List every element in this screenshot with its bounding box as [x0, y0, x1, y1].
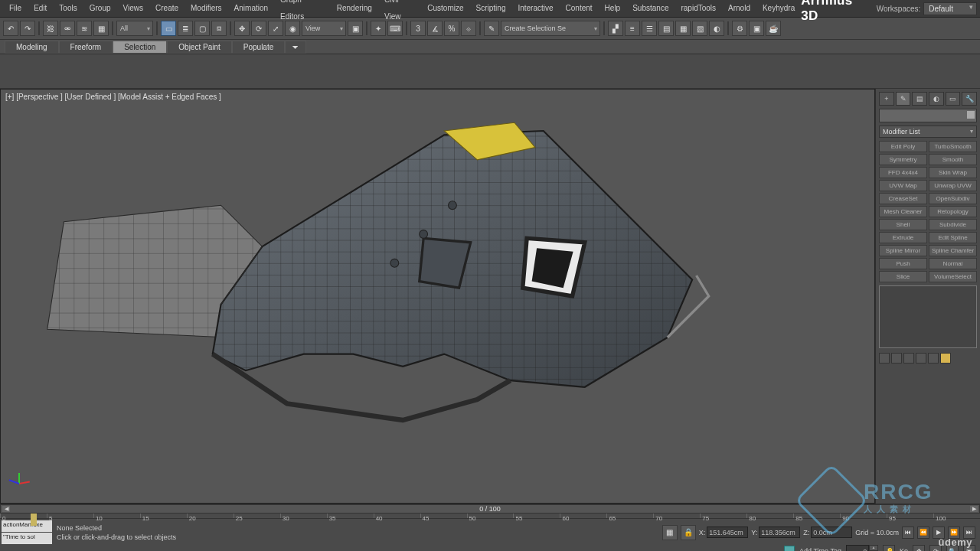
- isolate-toggle-icon[interactable]: ▦: [662, 525, 678, 540]
- render-button[interactable]: ☕: [766, 21, 781, 36]
- tab-motion-icon[interactable]: ◐: [929, 92, 944, 106]
- rotate-button[interactable]: ⟳: [251, 21, 266, 36]
- selection-lock-icon[interactable]: 🔒: [681, 525, 696, 540]
- menu-create[interactable]: Create: [149, 0, 185, 17]
- tab-modeling[interactable]: Modeling: [5, 41, 59, 54]
- menu-modifiers[interactable]: Modifiers: [185, 0, 228, 17]
- menu-substance[interactable]: Substance: [626, 0, 675, 17]
- placement-button[interactable]: ◉: [285, 21, 300, 36]
- mod-smooth[interactable]: Smooth: [929, 154, 977, 165]
- tab-display-icon[interactable]: ▭: [946, 92, 961, 106]
- mod-splinechamfer[interactable]: Spline Chamfer: [929, 245, 977, 256]
- time-ruler[interactable]: 0510152025303540455055606570758085909510…: [0, 514, 980, 519]
- tab-populate[interactable]: Populate: [232, 41, 285, 54]
- mod-volsselect[interactable]: VolumeSelect: [929, 271, 977, 282]
- menu-animation[interactable]: Animation: [228, 0, 274, 17]
- mod-turbosmooth[interactable]: TurboSmooth: [929, 141, 977, 152]
- mod-retopology[interactable]: Retopology: [929, 206, 977, 217]
- next-frame-button[interactable]: ⏩: [948, 527, 960, 539]
- menu-interactive[interactable]: Interactive: [511, 0, 559, 17]
- menu-keyhydra[interactable]: Keyhydra: [756, 0, 801, 17]
- select-manipulate-button[interactable]: ✦: [371, 21, 386, 36]
- viewport-nav-pan-icon[interactable]: ✥: [913, 545, 925, 551]
- snap-toggle-button[interactable]: 3: [410, 21, 426, 36]
- show-end-result-icon[interactable]: [891, 353, 902, 364]
- mod-opensubdiv[interactable]: OpenSubdiv: [929, 193, 977, 204]
- mod-skinwrap[interactable]: Skin Wrap: [929, 167, 977, 178]
- schematic-view-button[interactable]: ▧: [692, 21, 707, 36]
- add-time-tag-label[interactable]: Add Time Tag: [799, 547, 841, 551]
- mirror-button[interactable]: ▞: [608, 21, 623, 36]
- mod-creaseset[interactable]: CreaseSet: [879, 193, 927, 204]
- time-left-icon[interactable]: ◀: [2, 506, 10, 512]
- mod-ffd[interactable]: FFD 4x4x4: [879, 167, 927, 178]
- coord-z-input[interactable]: [811, 527, 852, 538]
- menu-file[interactable]: File: [3, 0, 28, 17]
- angle-snap-button[interactable]: ∡: [427, 21, 443, 36]
- render-setup-button[interactable]: ⚙: [732, 21, 747, 36]
- coord-y-input[interactable]: [759, 527, 800, 538]
- menu-rapidtools[interactable]: rapidTools: [675, 0, 722, 17]
- menu-group[interactable]: Group: [83, 0, 117, 17]
- curve-editor-button[interactable]: ▦: [675, 21, 691, 36]
- mod-editpoly[interactable]: Edit Poly: [879, 141, 927, 152]
- mod-slice[interactable]: Slice: [879, 271, 927, 282]
- keyboard-shortcut-button[interactable]: ⌨: [387, 21, 403, 36]
- menu-tools[interactable]: Tools: [53, 0, 83, 17]
- mod-unwrapuvw[interactable]: Unwrap UVW: [929, 180, 977, 191]
- tab-objectpaint[interactable]: Object Paint: [167, 41, 231, 54]
- named-sel-dropdown[interactable]: Create Selection Se: [501, 21, 600, 36]
- prev-frame-button[interactable]: ⏪: [917, 527, 929, 539]
- make-unique-icon[interactable]: [903, 353, 914, 364]
- mod-uvwmap[interactable]: UVW Map: [879, 180, 927, 191]
- mod-editspline[interactable]: Edit Spline: [929, 232, 977, 243]
- play-button[interactable]: ▶: [933, 527, 945, 539]
- select-object-button[interactable]: ▭: [161, 21, 176, 36]
- current-frame-input[interactable]: [846, 545, 869, 551]
- selection-filter-dropdown[interactable]: All: [116, 21, 153, 36]
- tab-modify-icon[interactable]: ✎: [896, 92, 911, 106]
- menu-help[interactable]: Help: [599, 0, 627, 17]
- current-frame-spinner[interactable]: ▲▼: [846, 545, 878, 551]
- coord-x-input[interactable]: [707, 527, 748, 538]
- tab-selection[interactable]: Selection: [113, 41, 167, 54]
- menu-edit[interactable]: Edit: [28, 0, 53, 17]
- viewport-nav-orbit-icon[interactable]: ⟳: [929, 545, 942, 551]
- window-crossing-button[interactable]: ⧈: [211, 21, 227, 36]
- tab-hierarchy-icon[interactable]: ▤: [912, 92, 927, 106]
- menu-customize[interactable]: Customize: [421, 0, 469, 17]
- mod-extrude[interactable]: Extrude: [879, 232, 927, 243]
- object-name-field[interactable]: [879, 109, 977, 122]
- menu-views[interactable]: Views: [117, 0, 150, 17]
- maxscript-mini-listener[interactable]: actionMan.exe "Time to sol: [0, 519, 54, 546]
- configure-sets-icon[interactable]: [928, 353, 939, 364]
- layers-button[interactable]: ☰: [642, 21, 657, 36]
- undo-button[interactable]: ↶: [3, 21, 18, 36]
- select-region-rect-button[interactable]: ▢: [194, 21, 210, 36]
- configure-mod-sets-icon[interactable]: [940, 353, 951, 364]
- object-color-swatch[interactable]: [967, 111, 975, 119]
- menu-scripting[interactable]: Scripting: [470, 0, 512, 17]
- pin-stack-icon[interactable]: [879, 353, 890, 364]
- tab-freeform[interactable]: Freeform: [59, 41, 113, 54]
- tab-toggle[interactable]: ⏷: [285, 41, 306, 54]
- modifier-stack[interactable]: [879, 285, 977, 348]
- ref-coord-dropdown[interactable]: View: [302, 21, 346, 36]
- render-frame-button[interactable]: ▣: [749, 21, 764, 36]
- key-mode-button[interactable]: 🔑: [883, 545, 895, 551]
- time-slider[interactable]: ◀ 0 / 100 ▶: [0, 504, 980, 514]
- unlink-button[interactable]: ⚮: [60, 21, 75, 36]
- menu-arnold[interactable]: Arnold: [722, 0, 756, 17]
- redo-button[interactable]: ↷: [20, 21, 35, 36]
- mod-splinemirror[interactable]: Spline Mirror: [879, 245, 927, 256]
- spinner-snap-button[interactable]: ⟐: [461, 21, 476, 36]
- goto-end-button[interactable]: ⏭: [963, 527, 975, 539]
- goto-start-button[interactable]: ⏮: [902, 527, 914, 539]
- mod-meshcleaner[interactable]: Mesh Cleaner: [879, 206, 927, 217]
- mod-subdivide[interactable]: Subdivide: [929, 219, 977, 230]
- menu-content[interactable]: Content: [560, 0, 599, 17]
- workspaces-selector[interactable]: Default: [923, 2, 977, 15]
- tab-utilities-icon[interactable]: 🔧: [962, 92, 977, 106]
- viewport-nav-max-icon[interactable]: ▣: [963, 545, 975, 551]
- modifier-list-dropdown[interactable]: Modifier List: [879, 126, 977, 138]
